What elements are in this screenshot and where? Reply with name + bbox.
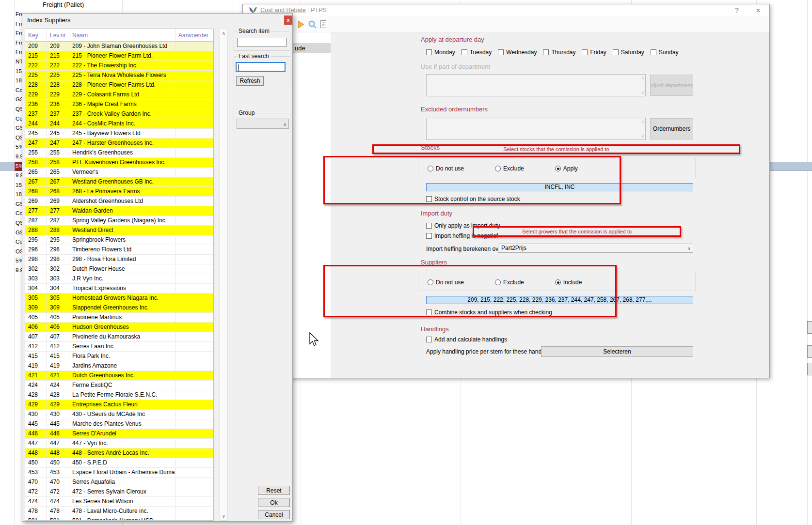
supplier-row[interactable]: 247 247 247 - Harster Greenhouses Inc. (25, 139, 213, 148)
supplier-row[interactable]: 277 277 Waldan Garden (25, 206, 213, 216)
day-checkbox-option[interactable]: Wednesday (498, 49, 537, 56)
checkbox-icon[interactable] (426, 337, 432, 342)
refresh-button[interactable]: Refresh (236, 76, 264, 86)
supplier-row[interactable]: 304 304 Tropical Expressions (25, 284, 213, 293)
excluded-ordernumbers-textarea[interactable]: ∧ ∨ (426, 118, 646, 140)
column-header-key[interactable]: Key (25, 29, 47, 41)
checkbox-icon[interactable] (426, 223, 432, 229)
supplier-row[interactable]: 453 453 Espace Floral Urbain - Arthemise… (25, 468, 213, 478)
cancel-button[interactable]: Cancel (807, 363, 812, 375)
supplier-row[interactable]: 474 474 Les Serres Noel Wilson (25, 497, 213, 507)
day-checkbox-option[interactable]: Tuesday (462, 49, 492, 56)
ok-button[interactable]: Ok (258, 498, 290, 507)
supplier-row[interactable]: 269 269 Aldershot Greenhouses Ltd (25, 197, 213, 206)
supplier-row[interactable]: 415 415 Flora Park Inc. (25, 352, 213, 361)
day-checkbox-option[interactable]: Saturday (613, 49, 644, 56)
supplier-row[interactable]: 405 405 Pivoinerie Martinus (25, 313, 213, 323)
department-textarea[interactable]: ∧ ∨ (426, 74, 646, 96)
column-header-naam[interactable]: Naam (69, 29, 175, 41)
scroll-down-icon[interactable]: ∨ (641, 134, 644, 139)
day-checkbox-option[interactable]: Sunday (651, 49, 679, 56)
supplier-row[interactable]: 245 245 245 - Bayview Flowers Ltd (25, 129, 213, 139)
supplier-row[interactable]: 429 429 Entreprises Cactus Fleuri (25, 400, 213, 410)
supplier-row[interactable]: 244 244 244 - CosMic Plants Inc. (25, 119, 213, 129)
supplier-row[interactable]: 288 288 Westland Direct (25, 226, 213, 235)
checkbox-icon[interactable] (543, 49, 549, 55)
cancel-button[interactable]: Cancel (258, 510, 290, 519)
run-icon[interactable] (296, 20, 305, 29)
scroll-up-icon[interactable]: ∧ (220, 31, 227, 36)
supplier-row[interactable]: 258 258 P.H. Kuivenhoven Greenhouses Inc… (25, 158, 213, 168)
supplier-row[interactable]: 450 450 450 - S.P.E.D (25, 458, 213, 468)
side-list-selected-item[interactable]: ude (292, 43, 331, 53)
column-header-aanvoerder[interactable]: Aanvoerder (175, 29, 213, 41)
document-icon[interactable] (319, 20, 328, 29)
supplier-row[interactable]: 501 501 501 - Bernecker's Nursery USD (25, 516, 213, 521)
supplier-row[interactable]: 412 412 Serres Laan Inc. (25, 342, 213, 352)
supplier-row[interactable]: 446 446 Serres D'Arundel (25, 429, 213, 439)
supplier-row[interactable]: 419 419 Jardins Amazone (25, 361, 213, 371)
supplier-row[interactable]: 229 229 229 - Colasanti Farms Ltd (25, 90, 213, 100)
checkbox-icon[interactable] (426, 49, 432, 55)
search-item-input[interactable] (237, 38, 287, 47)
day-checkbox-option[interactable]: Friday (582, 49, 606, 56)
checkbox-icon[interactable] (462, 49, 467, 55)
supplier-row[interactable]: 228 228 228 - Pioneer Flower Farms Ltd. (25, 80, 213, 90)
supplier-row[interactable]: 255 255 Hendrik's Greenhouses (25, 148, 213, 158)
scroll-up-icon[interactable]: ∧ (641, 76, 644, 80)
close-icon[interactable]: × (753, 6, 764, 15)
supplier-row[interactable]: 478 478 478 - Laval Micro-Culture inc. (25, 507, 213, 516)
checkbox-icon[interactable] (426, 233, 432, 239)
checkbox-icon[interactable] (582, 49, 588, 55)
supplier-row[interactable]: 424 424 Ferme ExotiQC (25, 381, 213, 390)
supplier-row[interactable]: 237 237 237 - Creek Valley Garden Inc. (25, 109, 213, 119)
supplier-row[interactable]: 222 222 222 - The Flowership Inc. (25, 61, 213, 71)
scroll-up-icon[interactable]: ∧ (641, 119, 644, 124)
supplier-row[interactable]: 406 406 Hudson Greenhouses (25, 323, 213, 332)
supplier-row[interactable]: 303 303 J.R Vyn Inc. (25, 274, 213, 284)
column-header-levnr[interactable]: Lev.nr (47, 29, 69, 41)
search-icon[interactable] (308, 20, 317, 29)
table-scrollbar[interactable]: ∧ ∨ (220, 29, 228, 521)
supplier-row[interactable]: 421 421 Dutch Greenhouses Inc. (25, 371, 213, 381)
add-handlings-checkbox[interactable]: Add and calculate handlings (426, 336, 507, 343)
supplier-row[interactable]: 268 268 268 - La Primavera Farms (25, 187, 213, 197)
day-checkbox-option[interactable]: Monday (426, 49, 455, 56)
supplier-row[interactable]: 267 267 Westland Greenhouses GB inc. (25, 177, 213, 187)
import-heffing-dropdown[interactable]: Part2Prijs∨ (498, 244, 693, 253)
supplier-row[interactable]: 296 296 Timbereno Flowers Ltd (25, 245, 213, 255)
ok-button[interactable]: OK (807, 345, 812, 358)
supplier-row[interactable]: 302 302 Dutch Flower House (25, 264, 213, 274)
checkbox-icon[interactable] (498, 49, 504, 55)
supplier-row[interactable]: 298 298 298 - Rosa Flora Limited (25, 255, 213, 264)
checkbox-icon[interactable] (613, 49, 619, 55)
checkbox-icon[interactable] (651, 49, 656, 55)
supplier-row[interactable]: 265 265 Vermeer's (25, 168, 213, 177)
supplier-row[interactable]: 472 472 472 - Serres Sylvain Cleroux (25, 487, 213, 497)
day-checkbox-option[interactable]: Thursday (543, 49, 575, 56)
fast-search-input[interactable] (236, 62, 286, 72)
group-dropdown[interactable]: ∨ (237, 119, 289, 129)
adjust-departments-button[interactable]: Adjust departments (650, 75, 693, 96)
supplier-row[interactable]: 215 215 215 - Pioneer Flower Farm Ltd. (25, 51, 213, 61)
supplier-row[interactable]: 448 448 448 - Serres André Locas Inc. (25, 448, 213, 458)
scroll-down-icon[interactable]: ∨ (641, 90, 644, 95)
supplier-row[interactable]: 428 428 La Petite Ferme Florale S.E.N.C. (25, 390, 213, 400)
reset-button[interactable]: Reset (258, 486, 290, 495)
close-icon[interactable]: x (284, 15, 292, 25)
supplier-row[interactable]: 470 470 Serres Aquafolia (25, 478, 213, 487)
supplier-row[interactable]: 209 209 209 - John Slaman Greenhouses Lt… (25, 42, 213, 51)
supplier-row[interactable]: 445 445 Marche des Plantes Venus (25, 419, 213, 429)
supplier-row[interactable]: 430 430 430 - USeurs du MCAde Inc (25, 410, 213, 419)
scroll-down-icon[interactable]: ∨ (220, 513, 227, 519)
selecteren-button[interactable]: Selecteren (541, 346, 693, 357)
help-button[interactable]: ? (732, 6, 742, 15)
supplier-row[interactable]: 407 407 Pivoinerie du Kamouraska (25, 332, 213, 342)
supplier-row[interactable]: 309 309 Slappendel Greenhouses Inc. (25, 303, 213, 313)
supplier-row[interactable]: 295 295 Springbrook Flowers (25, 235, 213, 245)
ordernumbers-button[interactable]: Ordernumbers (650, 118, 693, 139)
debtors-button[interactable]: Debtors (807, 321, 812, 334)
supplier-row[interactable]: 225 225 225 - Terra Nova Wholesale Flowe… (25, 71, 213, 80)
supplier-row[interactable]: 305 305 Homestead Growers Niagara Inc. (25, 293, 213, 303)
supplier-row[interactable]: 447 447 447 - Vyn Inc. (25, 439, 213, 448)
